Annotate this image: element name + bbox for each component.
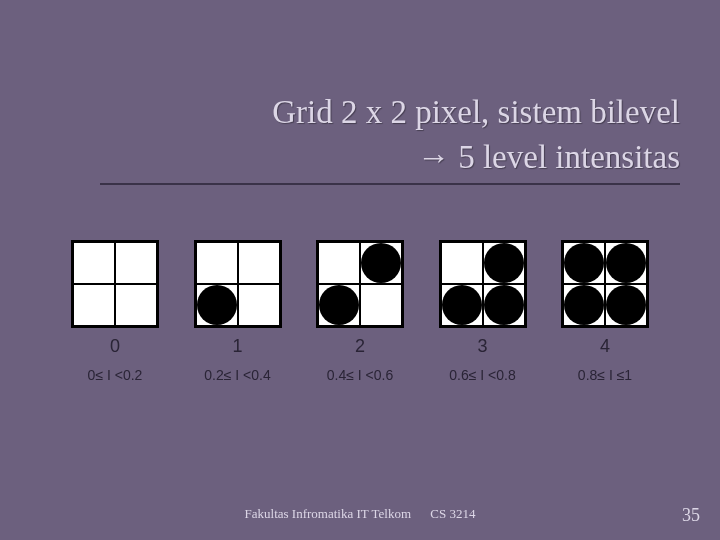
grid-3 <box>439 240 527 328</box>
level-3: 30.6≤ I <0.8 <box>428 240 538 383</box>
level-num-0: 0 <box>110 336 120 357</box>
grid-1 <box>194 240 282 328</box>
cell-2-0 <box>318 242 360 284</box>
cell-1-0 <box>196 242 238 284</box>
level-range-1: 0.2≤ I <0.4 <box>204 367 270 383</box>
cell-4-0 <box>563 242 605 284</box>
level-4: 40.8≤ I ≤1 <box>550 240 660 383</box>
level-num-4: 4 <box>600 336 610 357</box>
cell-2-1 <box>360 242 402 284</box>
level-num-2: 2 <box>355 336 365 357</box>
cell-2-2 <box>318 284 360 326</box>
cell-0-1 <box>115 242 157 284</box>
slide-footer: Fakultas Infromatika IT Telkom CS 3214 <box>0 506 720 522</box>
level-range-3: 0.6≤ I <0.8 <box>449 367 515 383</box>
levels-row: 00≤ I <0.210.2≤ I <0.420.4≤ I <0.630.6≤ … <box>60 240 660 383</box>
title-line-1: Grid 2 x 2 pixel, sistem bilevel <box>100 92 680 137</box>
cell-4-2 <box>563 284 605 326</box>
grid-2 <box>316 240 404 328</box>
cell-3-1 <box>483 242 525 284</box>
footer-faculty: Fakultas Infromatika IT Telkom <box>245 506 412 521</box>
cell-3-0 <box>441 242 483 284</box>
slide-title: Grid 2 x 2 pixel, sistem bilevel → 5 lev… <box>100 92 680 185</box>
cell-4-1 <box>605 242 647 284</box>
level-num-1: 1 <box>232 336 242 357</box>
level-range-4: 0.8≤ I ≤1 <box>578 367 632 383</box>
cell-3-2 <box>441 284 483 326</box>
cell-0-2 <box>73 284 115 326</box>
page-number: 35 <box>682 505 700 526</box>
level-num-3: 3 <box>477 336 487 357</box>
cell-1-1 <box>238 242 280 284</box>
cell-1-2 <box>196 284 238 326</box>
level-1: 10.2≤ I <0.4 <box>183 240 293 383</box>
title-line-2: → 5 level intensitas <box>100 137 680 182</box>
cell-2-3 <box>360 284 402 326</box>
cell-0-3 <box>115 284 157 326</box>
cell-4-3 <box>605 284 647 326</box>
grid-4 <box>561 240 649 328</box>
grid-0 <box>71 240 159 328</box>
level-range-2: 0.4≤ I <0.6 <box>327 367 393 383</box>
cell-3-3 <box>483 284 525 326</box>
level-range-0: 0≤ I <0.2 <box>88 367 143 383</box>
footer-course: CS 3214 <box>430 506 475 521</box>
cell-1-3 <box>238 284 280 326</box>
cell-0-0 <box>73 242 115 284</box>
level-2: 20.4≤ I <0.6 <box>305 240 415 383</box>
level-0: 00≤ I <0.2 <box>60 240 170 383</box>
